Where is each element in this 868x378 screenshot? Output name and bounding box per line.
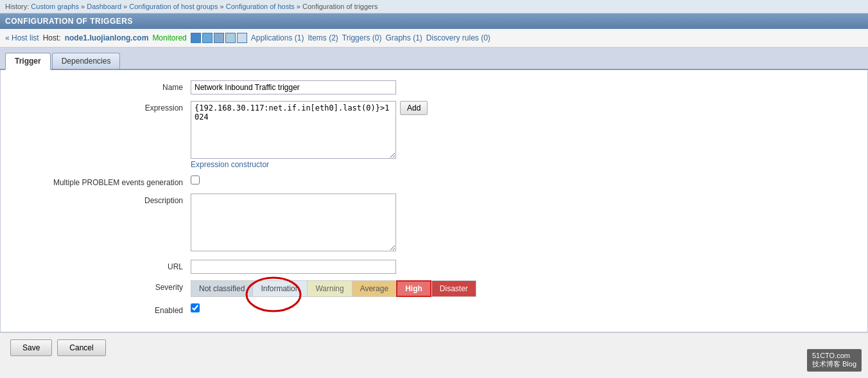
breadcrumb-config-triggers: Configuration of triggers xyxy=(302,3,378,10)
add-button[interactable]: Add xyxy=(400,101,428,115)
name-row: Name xyxy=(1,80,867,94)
host-nav-bar: « Host list Host: node1.luojianlong.com … xyxy=(0,29,868,48)
breadcrumb-config-hosts[interactable]: Configuration of hosts xyxy=(226,3,295,10)
severity-information[interactable]: Information xyxy=(252,280,307,297)
description-row: Description xyxy=(1,194,867,253)
breadcrumb-dashboard[interactable]: Dashboard xyxy=(87,3,121,10)
severity-label: Severity xyxy=(11,280,191,292)
tabs-row: Trigger Dependencies xyxy=(0,48,868,70)
monitored-label: Monitored xyxy=(152,33,186,42)
breadcrumb: History: Custom graphs » Dashboard » Con… xyxy=(0,0,868,14)
severity-high[interactable]: High xyxy=(396,280,431,297)
expression-constructor-link[interactable]: Expression constructor xyxy=(191,160,857,169)
items-link[interactable]: Items (2) xyxy=(308,33,338,42)
name-control xyxy=(191,80,857,94)
tab-dependencies[interactable]: Dependencies xyxy=(52,53,121,69)
multiple-problem-checkbox[interactable] xyxy=(191,176,200,184)
triggers-link[interactable]: Triggers (0) xyxy=(342,33,382,42)
severity-row: Severity Not classified Information Warn… xyxy=(1,280,867,297)
host-prefix: Host: xyxy=(43,33,61,42)
expression-control: {192.168.30.117:net.if.in[eth0].last(0)}… xyxy=(191,101,857,169)
url-control xyxy=(191,260,857,274)
enabled-checkbox[interactable] xyxy=(191,303,200,312)
nav-icon-3 xyxy=(214,33,224,43)
multiple-problem-row: Multiple PROBLEM events generation xyxy=(1,176,867,187)
breadcrumb-custom-graphs[interactable]: Custom graphs xyxy=(31,3,79,10)
host-list-link[interactable]: « Host list xyxy=(5,33,39,42)
severity-warning[interactable]: Warning xyxy=(307,280,351,297)
description-control xyxy=(191,194,857,253)
graphs-link[interactable]: Graphs (1) xyxy=(385,33,422,42)
expression-label: Expression xyxy=(11,101,191,113)
enabled-row: Enabled xyxy=(1,303,867,315)
expression-row: Expression {192.168.30.117:net.if.in[eth… xyxy=(1,101,867,169)
nav-icon-2 xyxy=(202,33,213,43)
multiple-problem-label: Multiple PROBLEM events generation xyxy=(11,176,191,187)
url-label: URL xyxy=(11,260,191,271)
severity-not-classified[interactable]: Not classified xyxy=(191,280,252,297)
name-label: Name xyxy=(11,80,191,92)
breadcrumb-history-label: History: xyxy=(5,3,29,10)
enabled-control xyxy=(191,303,857,314)
url-row: URL xyxy=(1,260,867,274)
breadcrumb-config-host-groups[interactable]: Configuration of host groups xyxy=(129,3,218,10)
nav-icon-4 xyxy=(225,33,236,43)
form-area: Name Expression {192.168.30.117:net.if.i… xyxy=(0,70,868,332)
bottom-buttons: Save Cancel xyxy=(0,332,868,363)
host-name-link[interactable]: node1.luojianlong.com xyxy=(65,33,149,42)
expression-textarea[interactable]: {192.168.30.117:net.if.in[eth0].last(0)}… xyxy=(191,101,396,159)
severity-disaster[interactable]: Disaster xyxy=(431,280,476,297)
nav-icon-1 xyxy=(191,33,201,43)
tab-trigger[interactable]: Trigger xyxy=(5,53,51,70)
config-header-title: CONFIGURATION OF TRIGGERS xyxy=(5,17,133,26)
multiple-problem-control xyxy=(191,176,857,186)
save-button[interactable]: Save xyxy=(10,339,52,356)
severity-buttons: Not classified Information Warning Avera… xyxy=(191,280,857,297)
applications-link[interactable]: Applications (1) xyxy=(251,33,304,42)
config-header: CONFIGURATION OF TRIGGERS xyxy=(0,14,868,29)
description-label: Description xyxy=(11,194,191,205)
name-input[interactable] xyxy=(191,80,396,94)
severity-average[interactable]: Average xyxy=(352,280,396,297)
severity-control: Not classified Information Warning Avera… xyxy=(191,280,857,297)
watermark: 51CTO.com 技术博客 Blog xyxy=(807,349,862,363)
enabled-label: Enabled xyxy=(11,303,191,315)
discovery-rules-link[interactable]: Discovery rules (0) xyxy=(426,33,490,42)
nav-icon-5 xyxy=(237,33,247,43)
cancel-button[interactable]: Cancel xyxy=(57,339,105,356)
url-input[interactable] xyxy=(191,260,396,274)
nav-icons xyxy=(191,33,247,43)
description-textarea[interactable] xyxy=(191,194,396,251)
